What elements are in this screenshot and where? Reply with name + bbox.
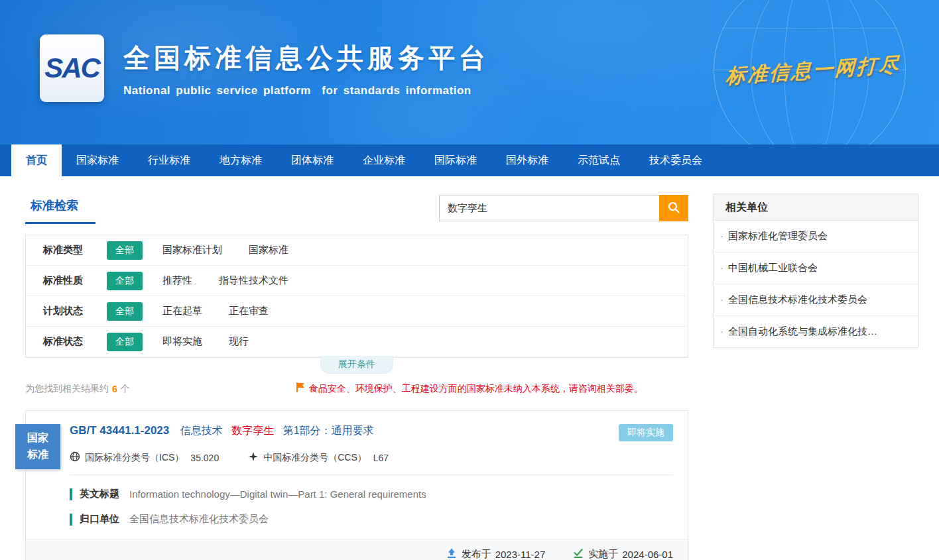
english-title-value: Information technology—Digital twin—Part… [129, 488, 426, 500]
english-title-row: 英文标题 Information technology—Digital twin… [70, 488, 673, 500]
site-subtitle: National public service platform for sta… [123, 84, 489, 97]
flag-icon [296, 382, 305, 396]
search-input[interactable] [439, 195, 659, 221]
search-button[interactable] [659, 195, 688, 221]
filter-option[interactable]: 指导性技术文件 [219, 274, 288, 287]
ccs-label: 中国标准分类号（CCS） [263, 452, 367, 464]
notice-text: 食品安全、环境保护、工程建设方面的国家标准未纳入本系统，请咨询相关部委。 [309, 383, 643, 395]
filter-all-button[interactable]: 全部 [107, 241, 143, 260]
card-divider [70, 475, 673, 475]
status-badge: 即将实施 [619, 424, 673, 441]
nav-item-technical-committee[interactable]: 技术委员会 [635, 144, 717, 176]
page-content: 标准检索 标准类型 全部 国家标准计划 国家标准 标准性质 全部 推荐性 [0, 176, 939, 560]
card-body: GB/T 43441.1-2023 信息技术 数字孪生 第1部分：通用要求 即将… [26, 411, 688, 526]
filter-label: 标准类型 [43, 244, 107, 256]
related-unit-item[interactable]: 国家标准化管理委员会 [714, 221, 918, 252]
site-header: SAC 全国标准信息公共服务平台 National public service… [0, 0, 939, 144]
site-title: 全国标准信息公共服务平台 [123, 40, 489, 76]
sac-logo-text: SAC [44, 52, 99, 84]
publish-date-item: 发布于 2023-11-27 [446, 548, 546, 560]
nav-item-enterprise-standards[interactable]: 企业标准 [348, 144, 420, 176]
compass-icon [248, 451, 259, 464]
globe-icon [70, 451, 80, 464]
card-footer: 发布于 2023-11-27 实施于 2024-06-01 [26, 539, 688, 560]
filter-all-button[interactable]: 全部 [107, 272, 143, 290]
filter-all-button[interactable]: 全部 [107, 302, 143, 321]
sac-logo: SAC [40, 34, 104, 102]
standard-title-part2: 第1部分：通用要求 [283, 425, 374, 436]
search-icon [667, 201, 680, 216]
ics-label: 国际标准分类号（ICS） [85, 452, 184, 464]
filter-all-button[interactable]: 全部 [107, 333, 143, 351]
standard-type-badge: 国家 标准 [15, 424, 60, 469]
ics-meta: 国际标准分类号（ICS） 35.020 [70, 451, 219, 464]
results-summary-suffix: 个 [121, 383, 130, 395]
filter-option[interactable]: 现行 [229, 335, 249, 348]
results-count: 6 [112, 384, 117, 394]
search-group [439, 195, 688, 221]
nav-item-national-standards[interactable]: 国家标准 [62, 144, 133, 176]
filter-panel: 标准类型 全部 国家标准计划 国家标准 标准性质 全部 推荐性 指导性技术文件 … [25, 235, 688, 358]
implement-check-icon [573, 548, 584, 560]
notice: 食品安全、环境保护、工程建设方面的国家标准未纳入本系统，请咨询相关部委。 [296, 382, 643, 396]
filter-option[interactable]: 国家标准计划 [162, 244, 222, 256]
nav-item-industry-standards[interactable]: 行业标准 [133, 144, 205, 176]
filter-option[interactable]: 正在审查 [229, 305, 269, 317]
results-summary-prefix: 为您找到相关结果约 [25, 383, 109, 395]
nav-item-pilot-demonstration[interactable]: 示范试点 [563, 144, 635, 176]
related-unit-item[interactable]: 全国信息技术标准化技术委员会 [714, 284, 918, 316]
filter-row-plan-status: 计划状态 全部 正在起草 正在审查 [26, 296, 688, 327]
nav-item-group-standards[interactable]: 团体标准 [277, 144, 348, 176]
related-units-title: 相关单位 [714, 194, 918, 221]
publish-date: 2023-11-27 [495, 549, 546, 560]
ccs-value: L67 [373, 453, 389, 463]
dept-row: 归口单位 全国信息技术标准化技术委员会 [70, 513, 673, 526]
standard-title-part1: 信息技术 [180, 425, 223, 436]
implement-label: 实施于 [588, 548, 618, 560]
card-meta-row: 国际标准分类号（ICS） 35.020 中国标准分类号（CCS） L67 [70, 451, 673, 464]
nav-item-home[interactable]: 首页 [11, 144, 62, 176]
filter-option[interactable]: 国家标准 [249, 244, 288, 256]
standard-code: GB/T 43441.1-2023 [70, 424, 169, 437]
results-summary: 为您找到相关结果约 6 个 [25, 383, 130, 395]
main-column: 标准检索 标准类型 全部 国家标准计划 国家标准 标准性质 全部 推荐性 [25, 194, 688, 560]
filter-label: 计划状态 [43, 305, 107, 317]
filter-option[interactable]: 即将实施 [162, 335, 202, 348]
nav-item-international-standards[interactable]: 国际标准 [420, 144, 491, 176]
filter-option[interactable]: 正在起草 [162, 305, 202, 317]
info-bar [70, 488, 72, 500]
related-units-panel: 相关单位 国家标准化管理委员会 中国机械工业联合会 全国信息技术标准化技术委员会… [713, 194, 918, 348]
related-unit-item[interactable]: 全国自动化系统与集成标准化技… [714, 316, 918, 347]
filter-label: 标准性质 [43, 274, 107, 287]
english-title-label: 英文标题 [80, 488, 119, 500]
filter-label: 标准状态 [43, 335, 107, 348]
expand-conditions-button[interactable]: 展开条件 [320, 356, 393, 374]
filter-row-standard-nature: 标准性质 全部 推荐性 指导性技术文件 [26, 266, 688, 296]
site-title-block: 全国标准信息公共服务平台 National public service pla… [123, 40, 489, 97]
nav-item-foreign-standards[interactable]: 国外标准 [491, 144, 563, 176]
result-card: 国家 标准 GB/T 43441.1-2023 信息技术 数字孪生 第1部分：通… [25, 410, 688, 560]
ics-value: 35.020 [190, 453, 219, 463]
standard-type-badge-line1: 国家 [15, 429, 60, 446]
ccs-meta: 中国标准分类号（CCS） L67 [248, 451, 389, 464]
dept-value: 全国信息技术标准化技术委员会 [129, 513, 269, 526]
page-title: 标准检索 [25, 194, 95, 224]
dept-label: 归口单位 [80, 513, 119, 526]
implement-date-item: 实施于 2024-06-01 [573, 548, 673, 560]
nav-item-local-standards[interactable]: 地方标准 [205, 144, 277, 176]
results-summary-row: 为您找到相关结果约 6 个 食品安全、环境保护、工程建设方面的国家标准未纳入本系… [25, 382, 688, 396]
filter-option[interactable]: 推荐性 [162, 274, 192, 287]
main-nav: 首页 国家标准 行业标准 地方标准 团体标准 企业标准 国际标准 国外标准 示范… [0, 144, 939, 176]
search-section: 标准检索 [25, 194, 688, 224]
standard-title-highlight: 数字孪生 [231, 425, 274, 436]
standard-title-link[interactable]: GB/T 43441.1-2023 信息技术 数字孪生 第1部分：通用要求 [70, 424, 380, 438]
related-unit-item[interactable]: 中国机械工业联合会 [714, 252, 918, 284]
info-bar [70, 514, 72, 526]
publish-label: 发布于 [462, 548, 491, 560]
filter-row-standard-status: 标准状态 全部 即将实施 现行 [26, 327, 688, 357]
standard-type-badge-line2: 标准 [15, 446, 60, 463]
globe-line [722, 28, 898, 28]
side-column: 相关单位 国家标准化管理委员会 中国机械工业联合会 全国信息技术标准化技术委员会… [713, 194, 918, 348]
filter-row-standard-type: 标准类型 全部 国家标准计划 国家标准 [26, 235, 688, 266]
publish-icon [446, 548, 457, 560]
